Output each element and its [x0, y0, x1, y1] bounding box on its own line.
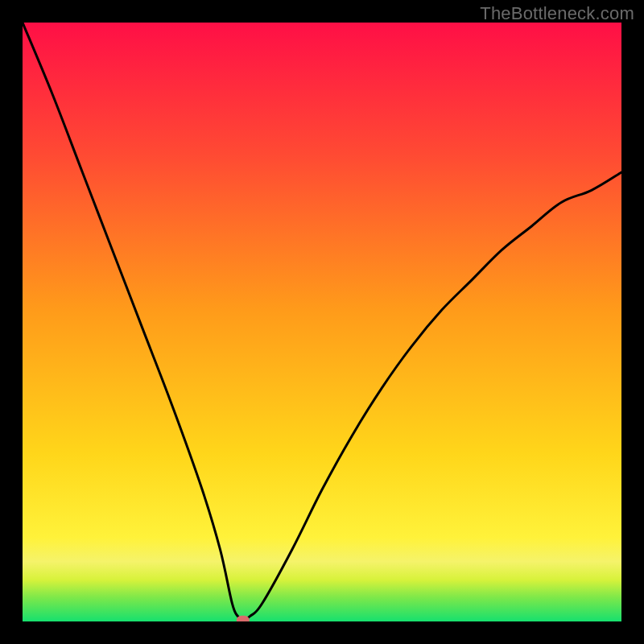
- watermark-text: TheBottleneck.com: [480, 3, 634, 24]
- gradient-background: [23, 23, 621, 621]
- bottleneck-chart: [23, 23, 621, 621]
- chart-container: TheBottleneck.com: [0, 0, 644, 644]
